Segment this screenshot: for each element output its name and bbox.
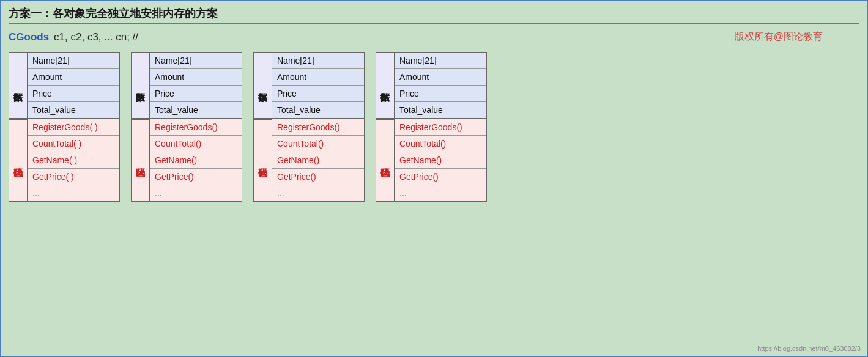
- code-field-2-4: ...: [272, 185, 364, 201]
- code-fields-0: RegisterGoods( )CountTotal( )GetName( )G…: [28, 119, 119, 201]
- data-fields-1: Name[21]AmountPriceTotal_value: [150, 53, 242, 118]
- data-field-1-2: Price: [150, 86, 242, 102]
- code-field-0-2: GetName( ): [28, 152, 119, 169]
- code-field-0-3: GetPrice( ): [28, 169, 119, 185]
- code-field-3-2: GetName(): [395, 152, 486, 169]
- data-field-3-1: Amount: [395, 69, 486, 86]
- code-field-2-3: GetPrice(): [272, 169, 364, 185]
- code-fields-1: RegisterGoods()CountTotal()GetName()GetP…: [150, 119, 242, 201]
- class-name-label: CGoods: [9, 31, 49, 43]
- code-area-label-1: 代码区: [132, 119, 150, 201]
- watermark: https://blog.csdn.net/m0_463082/3: [757, 345, 861, 352]
- copyright-label: 版权所有@图论教育: [735, 31, 823, 43]
- data-field-0-2: Price: [28, 86, 119, 102]
- code-field-0-4: ...: [28, 185, 119, 201]
- data-field-3-2: Price: [395, 86, 486, 102]
- data-field-2-2: Price: [272, 86, 364, 102]
- page-title: 方案一：各对象完全独立地安排内存的方案: [9, 6, 859, 24]
- data-field-0-0: Name[21]: [28, 53, 119, 69]
- object-block-2: 数据区Name[21]AmountPriceTotal_value代码区Regi…: [253, 52, 365, 202]
- code-field-3-4: ...: [395, 185, 486, 201]
- code-field-3-0: RegisterGoods(): [395, 119, 486, 136]
- code-field-0-0: RegisterGoods( ): [28, 119, 119, 136]
- code-area-label-2: 代码区: [254, 119, 272, 201]
- code-field-1-2: GetName(): [150, 152, 242, 169]
- data-area-label-3: 数据区: [376, 53, 395, 118]
- code-field-2-1: CountTotal(): [272, 136, 364, 152]
- code-field-3-1: CountTotal(): [395, 136, 486, 152]
- code-area-label-0: 代码区: [9, 119, 28, 201]
- data-area-label-1: 数据区: [132, 53, 150, 118]
- data-field-2-0: Name[21]: [272, 53, 364, 69]
- object-block-0: 数据区Name[21]AmountPriceTotal_value代码区Regi…: [9, 52, 120, 202]
- code-field-1-4: ...: [150, 185, 242, 201]
- code-field-1-1: CountTotal(): [150, 136, 242, 152]
- code-field-1-0: RegisterGoods(): [150, 119, 242, 136]
- code-field-2-2: GetName(): [272, 152, 364, 169]
- data-field-1-3: Total_value: [150, 102, 242, 118]
- data-field-2-1: Amount: [272, 69, 364, 86]
- data-area-label-2: 数据区: [254, 53, 272, 118]
- data-field-0-3: Total_value: [28, 102, 119, 118]
- data-fields-2: Name[21]AmountPriceTotal_value: [272, 53, 364, 118]
- object-block-3: 数据区Name[21]AmountPriceTotal_value代码区Regi…: [376, 52, 487, 202]
- code-field-0-1: CountTotal( ): [28, 136, 119, 152]
- code-field-1-3: GetPrice(): [150, 169, 242, 185]
- code-area-label-3: 代码区: [376, 119, 395, 201]
- data-field-1-1: Amount: [150, 69, 242, 86]
- data-field-0-1: Amount: [28, 69, 119, 86]
- data-field-3-0: Name[21]: [395, 53, 486, 69]
- code-field-2-0: RegisterGoods(): [272, 119, 364, 136]
- main-container: 方案一：各对象完全独立地安排内存的方案 CGoods c1, c2, c3, .…: [0, 0, 868, 357]
- data-field-1-0: Name[21]: [150, 53, 242, 69]
- code-fields-3: RegisterGoods()CountTotal()GetName()GetP…: [395, 119, 486, 201]
- data-field-3-3: Total_value: [395, 102, 486, 118]
- code-field-3-3: GetPrice(): [395, 169, 486, 185]
- objects-row: 数据区Name[21]AmountPriceTotal_value代码区Regi…: [9, 52, 859, 202]
- code-fields-2: RegisterGoods()CountTotal()GetName()GetP…: [272, 119, 364, 201]
- data-fields-0: Name[21]AmountPriceTotal_value: [28, 53, 119, 118]
- data-area-label-0: 数据区: [9, 53, 28, 118]
- data-field-2-3: Total_value: [272, 102, 364, 118]
- variables-label: c1, c2, c3, ... cn; //: [54, 31, 138, 43]
- object-block-1: 数据区Name[21]AmountPriceTotal_value代码区Regi…: [131, 52, 242, 202]
- subtitle-row: CGoods c1, c2, c3, ... cn; // 版权所有@图论教育: [9, 31, 859, 43]
- data-fields-3: Name[21]AmountPriceTotal_value: [395, 53, 486, 118]
